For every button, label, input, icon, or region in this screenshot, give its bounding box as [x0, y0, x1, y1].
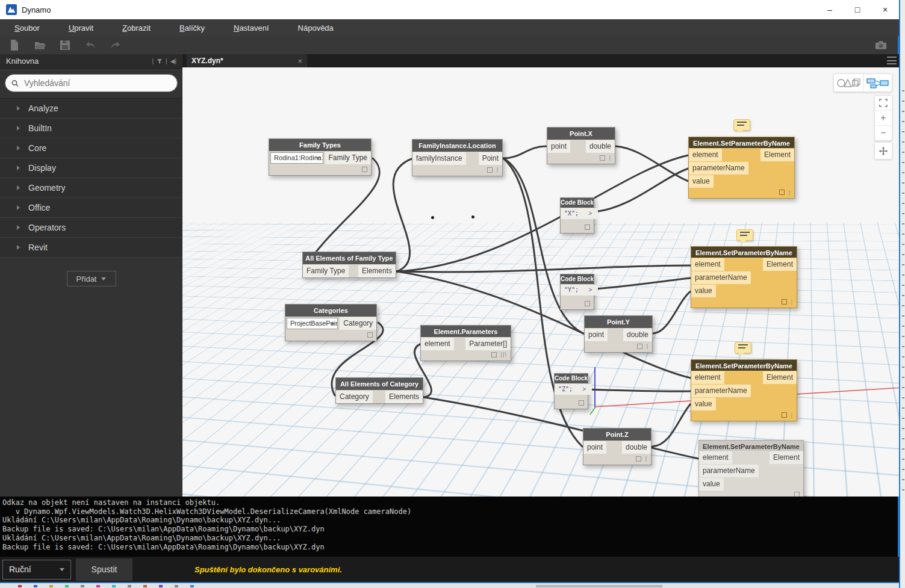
lacing-indicator[interactable]: |	[497, 167, 499, 173]
sidebar-item-display[interactable]: Display	[0, 158, 182, 178]
preview-checkbox[interactable]	[362, 167, 367, 172]
wire[interactable]	[393, 158, 413, 271]
preview-checkbox[interactable]	[782, 412, 787, 418]
port-out[interactable]: Element	[760, 149, 794, 161]
node-point-y[interactable]: Point.Ypointdouble|	[584, 315, 653, 353]
node-title[interactable]: Point.X	[547, 128, 615, 140]
save-icon[interactable]	[59, 39, 71, 51]
node-title[interactable]: Element.SetParameterByName	[691, 247, 797, 258]
port-out[interactable]: Element	[763, 258, 797, 271]
port-in[interactable]: "X";	[561, 208, 582, 219]
preview-checkbox[interactable]	[585, 224, 590, 230]
zoom-out-button[interactable]: −	[875, 126, 892, 140]
node-point-z[interactable]: Point.Zpointdouble|	[583, 428, 652, 465]
port-out[interactable]: double	[623, 329, 652, 341]
node-title[interactable]: Code Block	[561, 274, 594, 284]
close-button[interactable]: ×	[871, 0, 899, 19]
geometry-view-button[interactable]	[834, 74, 863, 91]
lacing-indicator[interactable]: |	[791, 299, 793, 305]
pan-button[interactable]	[874, 142, 892, 159]
lacing-indicator[interactable]: |	[609, 155, 611, 161]
menu-nápověda[interactable]: Nápověda	[284, 23, 348, 32]
preview-checkbox[interactable]	[579, 400, 584, 406]
wire[interactable]	[503, 146, 546, 158]
sidebar-item-office[interactable]: Office	[0, 198, 182, 218]
node-dropdown[interactable]: Rodina1:Rodina1	[270, 152, 323, 164]
sidebar-item-core[interactable]: Core	[0, 138, 182, 158]
preview-checkbox[interactable]	[600, 155, 605, 161]
wire[interactable]	[616, 146, 688, 181]
port-in[interactable]: point	[583, 441, 606, 454]
node-categories[interactable]: CategoriesProjectBasePointCategory	[285, 304, 377, 341]
node-all-elements-of-category[interactable]: All Elements of CategoryCategoryElements	[335, 377, 423, 404]
preview-checkbox[interactable]	[636, 456, 641, 462]
add-button[interactable]: Přidat	[67, 271, 116, 286]
port-in[interactable]: element	[689, 149, 722, 161]
node-code-block-x[interactable]: Code Block"X";>	[560, 197, 594, 234]
open-icon[interactable]	[34, 39, 46, 51]
port-out[interactable]: Element	[763, 371, 797, 384]
port-in[interactable]: value	[691, 398, 716, 410]
node-code-block-z[interactable]: Code Block"Z";>	[554, 373, 588, 409]
node-title[interactable]: Point.Y	[585, 316, 652, 328]
lacing-indicator[interactable]: |	[791, 412, 793, 418]
graph-canvas[interactable]: Family TypesRodina1:Rodina1Family TypeFa…	[182, 67, 899, 497]
port-out[interactable]: double	[622, 441, 651, 454]
node-family-types[interactable]: Family TypesRodina1:Rodina1Family Type	[269, 138, 372, 176]
preview-checkbox[interactable]	[779, 190, 785, 195]
lacing-indicator[interactable]: |	[789, 190, 791, 196]
node-element-parameters[interactable]: Element.ParameterselementParameter[]||\	[420, 325, 511, 361]
node-set-parameter-4[interactable]: Element.SetParameterByNameelementElement…	[698, 440, 804, 497]
port-in[interactable]: element	[691, 371, 724, 384]
preview-checkbox[interactable]	[487, 167, 493, 173]
undo-icon[interactable]	[84, 39, 96, 51]
minimize-button[interactable]: –	[816, 0, 844, 19]
redo-icon[interactable]	[110, 39, 122, 51]
maximize-button[interactable]: □	[844, 0, 871, 19]
port-in[interactable]: familyInstance	[412, 152, 466, 165]
preview-checkbox[interactable]	[585, 301, 590, 306]
lacing-indicator[interactable]: |	[647, 343, 648, 349]
fit-view-button[interactable]	[875, 96, 892, 111]
wire[interactable]	[653, 291, 691, 333]
port-in[interactable]: parameterName	[691, 385, 751, 397]
search-box[interactable]	[5, 74, 178, 92]
menu-zobrazit[interactable]: Zobrazit	[108, 23, 165, 32]
preview-checkbox[interactable]	[637, 344, 642, 349]
port-in[interactable]: point	[547, 140, 570, 153]
port-in[interactable]: "Y";	[561, 285, 582, 296]
wire[interactable]	[595, 278, 691, 289]
node-point-x[interactable]: Point.Xpointdouble|	[547, 127, 615, 164]
port-in[interactable]: Family Type	[303, 265, 349, 277]
node-title[interactable]: All Elements of Family Type	[303, 252, 396, 264]
node-title[interactable]: Code Block	[561, 198, 594, 208]
wire[interactable]	[397, 265, 691, 272]
node-set-parameter-3[interactable]: Element.SetParameterByNameelementElement…	[691, 359, 797, 421]
node-title[interactable]: Element.SetParameterByName	[689, 137, 794, 148]
port-in[interactable]: value	[691, 285, 716, 297]
port-in[interactable]: parameterName	[699, 465, 759, 477]
workspace-menu-icon[interactable]	[887, 57, 897, 64]
menu-soubor[interactable]: Soubor	[0, 23, 54, 32]
node-title[interactable]: Element.SetParameterByName	[691, 360, 797, 371]
node-title[interactable]: Element.SetParameterByName	[699, 441, 803, 451]
filter-icon[interactable]	[157, 58, 163, 64]
zoom-in-button[interactable]: +	[875, 111, 892, 126]
port-in[interactable]: element	[421, 338, 454, 350]
port-out[interactable]: Elements	[358, 265, 396, 277]
node-title[interactable]: Code Block	[555, 374, 588, 383]
node-set-parameter-1[interactable]: Element.SetParameterByNameelementElement…	[688, 137, 795, 199]
camera-icon[interactable]	[875, 39, 887, 51]
port-in[interactable]: element	[699, 451, 732, 464]
node-code-block-y[interactable]: Code Block"Y";>	[560, 274, 594, 310]
warning-icon[interactable]	[735, 342, 751, 353]
port-out[interactable]: double	[586, 140, 615, 153]
sidebar-item-operators[interactable]: Operators	[0, 218, 182, 238]
node-all-elements-of-family-type[interactable]: All Elements of Family TypeFamily TypeEl…	[302, 252, 396, 278]
preview-checkbox[interactable]	[367, 332, 373, 338]
preview-checkbox[interactable]	[782, 299, 787, 305]
node-title[interactable]: Element.Parameters	[421, 326, 511, 337]
sidebar-item-revit[interactable]: Revit	[0, 238, 182, 258]
node-set-parameter-2[interactable]: Element.SetParameterByNameelementElement…	[691, 246, 797, 308]
lacing-indicator[interactable]: |	[645, 456, 647, 462]
